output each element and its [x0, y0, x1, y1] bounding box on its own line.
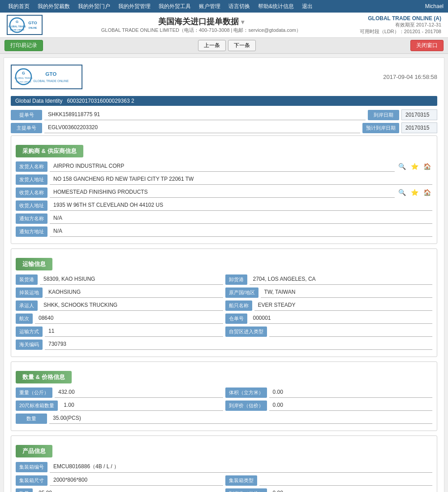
shipper-addr-row: 发货人地址 NO 158 GANCHENG RD NEW TAIPEI CITY… — [16, 174, 432, 185]
close-button-top[interactable]: 关闭窗口 — [410, 40, 444, 51]
quantity-price-section: 数量 & 价格信息 重量（公斤） 432.00 体积（立方米） 0.00 20尺… — [11, 361, 437, 431]
product-price-value: 0.00 — [269, 488, 433, 492]
container-type-label: 集装箱类型 — [225, 475, 257, 486]
container-no-value: EMCU8016886（4B / L / ） — [50, 461, 432, 473]
shipper-star-icon[interactable]: ⭐ — [409, 163, 420, 170]
consignee-star-icon[interactable]: ⭐ — [409, 189, 420, 196]
packing-station-value: KAOHSIUNG — [45, 287, 223, 298]
global-data-label: Global Data Identity — [15, 98, 62, 104]
header-subtitle: GLOBAL TRADE ONLINE LIMITED（电话：400-710-3… — [101, 27, 301, 34]
bill-number-row: 提单号 SHKK1589118775 91 到岸日期 20170315 — [11, 109, 437, 120]
notify-name-label: 通知方名称 — [16, 213, 47, 224]
print-button-top[interactable]: 打印易记录 — [4, 40, 43, 51]
nav-account[interactable]: 账户管理 — [195, 0, 224, 13]
packing-origin-row: 掉装运地 KAOHSIUNG 原产国/地区 TW, TAIWAN — [16, 287, 432, 298]
voyage-value: 08640 — [35, 313, 223, 324]
origin-country-value: TW, TAIWAN — [261, 287, 432, 298]
brand-name: GLOBAL TRADE ONLINE (A) — [360, 15, 441, 22]
qty-label: 数量 — [16, 414, 47, 424]
shipper-name-label: 发货人名称 — [16, 161, 47, 172]
notify-addr-value: N/A — [50, 226, 432, 237]
doc-logo: G GLOBAL TRADE ONLINE LIMITED GTO GLOBAL… — [11, 65, 82, 89]
quantity-price-header: 数量 & 价格信息 — [16, 371, 72, 383]
shipper-name-value: AIRPRO INDUSTRIAL CORP — [50, 161, 395, 172]
weight-col: 重量（公斤） 432.00 — [16, 387, 223, 398]
nav-trade-data[interactable]: 我的外贸裁数 — [34, 0, 73, 13]
vessel-name-value: EVER STEADY — [254, 300, 433, 311]
master-bill-row: 主提单号 EGLV003602203320 预计到岸日期 20170315 — [11, 122, 437, 133]
volume-label: 体积（立方米） — [225, 388, 267, 398]
shipper-addr-label: 发货人地址 — [16, 174, 47, 185]
container-20-value: 1.00 — [60, 400, 223, 411]
nav-trade-tools[interactable]: 我的外贸工具 — [155, 0, 194, 13]
global-data-value: 600320170316000029363 2 — [67, 98, 134, 104]
shipper-addr-value: NO 158 GANCHENG RD NEW TAIPEI CITY TP 22… — [50, 174, 432, 185]
qty-value: 35.00(PCS) — [49, 413, 432, 424]
order-no-col: 仓单号 000001 — [225, 313, 433, 324]
transport-mode-value: 11 — [45, 326, 223, 337]
port-row: 装货港 58309, KAO HSIUNG 卸货港 2704, LOS ANGE… — [16, 274, 432, 285]
header-title-area: 美国海关进口提单数据 ▾ GLOBAL TRADE ONLINE LIMITED… — [101, 16, 301, 34]
ftz-col: 自贸区进入类型 — [225, 326, 433, 337]
nav-language[interactable]: 语言切换 — [225, 0, 254, 13]
nav-help[interactable]: 帮助&统计信息 — [254, 0, 297, 13]
transport-header: 运输信息 — [16, 258, 52, 270]
container-type-col: 集装箱类型 — [225, 475, 433, 486]
consignee-search-icon[interactable]: 🔍 — [397, 189, 407, 196]
est-arrival-label: 预计到岸日期 — [362, 123, 399, 133]
consignee-home-icon[interactable]: 🏠 — [422, 189, 432, 196]
header-account-info: GLOBAL TRADE ONLINE (A) 有效期至 2017-12-31 … — [360, 15, 441, 35]
svg-text:GLOBAL TRADE ONLINE: GLOBAL TRADE ONLINE — [33, 79, 69, 83]
nav-trade-portal[interactable]: 我的外贸门户 — [74, 0, 114, 13]
packing-station-col: 掉装运地 KAOHSIUNG — [16, 287, 223, 298]
main-content: G GLOBAL TRADE ONLINE LIMITED GTO GLOBAL… — [4, 57, 444, 492]
volume-value: 0.00 — [269, 387, 433, 398]
voyage-order-row: 航次 08640 仓单号 000001 — [16, 313, 432, 324]
loading-port-value: 58309, KAO HSIUNG — [40, 274, 223, 285]
order-no-label: 仓单号 — [225, 313, 247, 324]
customs-code-value: 730793 — [45, 339, 432, 350]
svg-text:GTO: GTO — [28, 21, 37, 25]
svg-text:G: G — [22, 71, 25, 75]
shipper-search-icon[interactable]: 🔍 — [397, 163, 407, 170]
consignee-name-label: 收货人名称 — [16, 187, 47, 198]
nav-logout[interactable]: 退出 — [298, 0, 316, 13]
bill-no-value: SHKK1589118775 91 — [44, 109, 366, 120]
svg-text:G: G — [15, 20, 18, 24]
shipper-home-icon[interactable]: 🏠 — [422, 163, 432, 170]
container-size-label: 集装箱尺寸 — [16, 475, 47, 486]
origin-country-label: 原产国/地区 — [225, 287, 258, 298]
container-price-row: 20尺标准箱数量 1.00 到岸价（估价） 0.00 — [16, 400, 432, 411]
container-type-value — [259, 475, 433, 486]
unloading-port-label: 卸货港 — [225, 274, 247, 285]
carrier-vessel-row: 承运人 SHKK, SCHOOKS TRUCKING 船只名称 EVER STE… — [16, 300, 432, 311]
unloading-port-value: 2704, LOS ANGELES, CA — [250, 274, 433, 285]
global-data-bar: Global Data Identity 6003201703160000293… — [11, 96, 437, 106]
volume-col: 体积（立方米） 0.00 — [225, 387, 433, 398]
prev-button-top[interactable]: 上一条 — [198, 40, 226, 51]
qty-row: 数量 35.00(PCS) — [16, 413, 432, 424]
consignee-addr-label: 收货人地址 — [16, 200, 47, 211]
product-qty-price-row: 数量 35.00 到岸价（估价） 0.00 — [16, 488, 432, 492]
top-navigation: 我的首页 我的外贸裁数 我的外贸门户 我的外贸管理 我的外贸工具 账户管理 语言… — [0, 0, 448, 13]
page-title: 美国海关进口提单数据 ▾ — [101, 16, 301, 27]
product-qty-label: 数量 — [16, 488, 33, 492]
weight-label: 重量（公斤） — [16, 388, 52, 398]
svg-text:ONLINE: ONLINE — [28, 26, 37, 29]
ftz-value — [269, 326, 433, 337]
master-bill-label: 主提单号 — [11, 123, 42, 133]
container-20-col: 20尺标准箱数量 1.00 — [16, 400, 223, 411]
container-no-label: 集装箱编号 — [16, 462, 47, 472]
transport-section: 运输信息 装货港 58309, KAO HSIUNG 卸货港 2704, LOS… — [11, 248, 437, 357]
notify-name-value: N/A — [50, 213, 432, 224]
master-bill-value: EGLV003602203320 — [44, 122, 360, 133]
nav-home[interactable]: 我的首页 — [4, 0, 33, 13]
arrival-price-col: 到岸价（估价） 0.00 — [225, 400, 433, 411]
nav-trade-manage[interactable]: 我的外贸管理 — [115, 0, 154, 13]
next-button-top[interactable]: 下一条 — [228, 40, 256, 51]
buyer-supplier-header: 采购商 & 供应商信息 — [16, 145, 83, 157]
carrier-label: 承运人 — [16, 300, 38, 311]
buyer-supplier-section: 采购商 & 供应商信息 发货人名称 AIRPRO INDUSTRIAL CORP… — [11, 135, 437, 244]
order-no-value: 000001 — [250, 313, 433, 324]
bill-no-label: 提单号 — [11, 110, 42, 120]
